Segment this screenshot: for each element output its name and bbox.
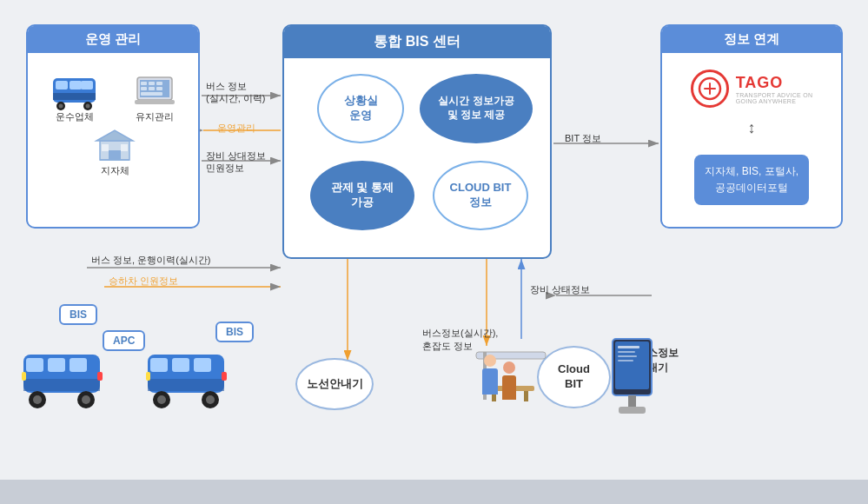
svg-rect-37 xyxy=(109,150,121,160)
svg-rect-72 xyxy=(618,351,635,353)
svg-rect-44 xyxy=(48,358,65,372)
svg-point-59 xyxy=(157,395,166,404)
cloud-bit-oval: CLOUD BIT정보 xyxy=(433,161,528,230)
person-1 xyxy=(482,355,498,395)
transport-company-label: 운수업체 xyxy=(56,110,94,123)
svg-rect-27 xyxy=(135,100,175,104)
equip-status-label: 장비 상태정보 xyxy=(530,283,590,296)
tago-destinations: 지자체, BIS, 포털사,공공데이터포털 xyxy=(694,155,809,205)
situation-oval: 상황실운영 xyxy=(317,74,404,143)
svg-point-22 xyxy=(59,104,63,109)
local-govt-item: 지자체 xyxy=(84,128,145,177)
bis-badge-2: BIS xyxy=(215,322,254,342)
svg-point-24 xyxy=(86,104,90,109)
svg-rect-33 xyxy=(156,87,162,90)
kiosk xyxy=(608,335,656,421)
tago-brand-text: TAGO xyxy=(736,74,813,92)
svg-point-61 xyxy=(206,395,215,404)
svg-rect-54 xyxy=(150,358,168,372)
svg-rect-29 xyxy=(149,82,155,85)
route-guide-oval: 노선안내기 xyxy=(295,358,374,410)
control-oval: 관제 및 통제가공 xyxy=(310,161,414,230)
svg-rect-28 xyxy=(141,82,147,85)
svg-rect-43 xyxy=(26,358,43,372)
svg-rect-55 xyxy=(172,358,189,372)
maintenance-label: 유지관리 xyxy=(136,110,174,123)
svg-rect-19 xyxy=(81,81,93,90)
svg-rect-70 xyxy=(615,342,649,389)
svg-rect-39 xyxy=(121,144,128,151)
maintenance-item: 유지관리 xyxy=(124,74,185,123)
svg-rect-38 xyxy=(102,144,109,151)
svg-rect-73 xyxy=(618,355,637,357)
svg-rect-46 xyxy=(23,379,100,391)
local-govt-label: 지자체 xyxy=(101,164,129,177)
tago-circle-icon xyxy=(691,70,729,108)
svg-rect-75 xyxy=(628,395,636,408)
svg-rect-74 xyxy=(618,360,633,361)
tago-logo: TAGO TRANSPORT ADVICE ONGOING ANYWHERE xyxy=(691,70,813,108)
ground-strip xyxy=(0,480,868,504)
svg-rect-32 xyxy=(149,87,155,90)
ops-box-title: 운영 관리 xyxy=(28,26,198,53)
svg-rect-56 xyxy=(194,358,211,372)
bis-center-title: 통합 BIS 센터 xyxy=(284,26,550,58)
svg-rect-51 xyxy=(22,372,26,381)
tago-text-group: TAGO TRANSPORT ADVICE ONGOING ANYWHERE xyxy=(736,74,813,104)
svg-rect-76 xyxy=(619,407,646,414)
apc-badge: APC xyxy=(103,330,145,351)
svg-rect-62 xyxy=(146,372,150,381)
transport-company-item: 운수업체 xyxy=(44,74,105,123)
svg-rect-68 xyxy=(524,391,528,401)
svg-rect-31 xyxy=(141,87,147,90)
svg-rect-52 xyxy=(97,372,103,381)
bit-info-label: BIT 정보 xyxy=(565,132,601,145)
svg-rect-71 xyxy=(618,346,639,348)
svg-rect-20 xyxy=(53,93,96,100)
bis-badge-1: BIS xyxy=(59,304,97,325)
bus-info-label: 버스 정보(실시간, 이력) xyxy=(206,80,265,105)
equip-info-label: 장비 상대정보민원정보 xyxy=(206,149,266,175)
tago-subtitle-text: TRANSPORT ADVICE ONGOING ANYWHERE xyxy=(736,92,813,104)
passenger-info-label: 승하차 인원정보 xyxy=(109,275,178,288)
bus-vehicle-2 xyxy=(146,348,233,414)
svg-rect-63 xyxy=(222,372,227,381)
tago-area: TAGO TRANSPORT ADVICE ONGOING ANYWHERE ↕… xyxy=(671,70,832,205)
bis-center-box: 통합 BIS 센터 상황실운영 실시간 정보가공및 정보 제공 관제 및 통제가… xyxy=(282,24,552,259)
info-box-title: 정보 연계 xyxy=(662,26,841,53)
svg-rect-17 xyxy=(56,81,68,90)
ops-mgmt-label: 운영관리 xyxy=(217,122,255,135)
svg-rect-45 xyxy=(70,358,87,372)
person-2 xyxy=(502,361,516,400)
svg-rect-30 xyxy=(156,82,162,85)
svg-rect-18 xyxy=(70,81,82,90)
info-link-box: 정보 연계 TAGO TRANSPORT ADVICE ONGOING ANYW… xyxy=(660,24,843,229)
realtime-oval: 실시간 정보가공및 정보 제공 xyxy=(420,74,533,143)
vertical-arrow-icon: ↕ xyxy=(748,120,756,136)
svg-point-50 xyxy=(82,395,90,404)
bus-run-history-label: 버스 정보, 운행이력(실시간) xyxy=(91,254,211,267)
svg-point-48 xyxy=(33,395,42,404)
svg-marker-36 xyxy=(96,130,133,141)
ops-icons-area: 운수업체 유지관리 xyxy=(28,65,202,186)
bus-vehicle-1 xyxy=(22,348,109,414)
svg-rect-34 xyxy=(141,92,162,96)
diagram-container: 운영 관리 운수업체 xyxy=(0,0,868,504)
svg-rect-57 xyxy=(148,379,224,391)
ops-management-box: 운영 관리 운수업체 xyxy=(26,24,200,229)
